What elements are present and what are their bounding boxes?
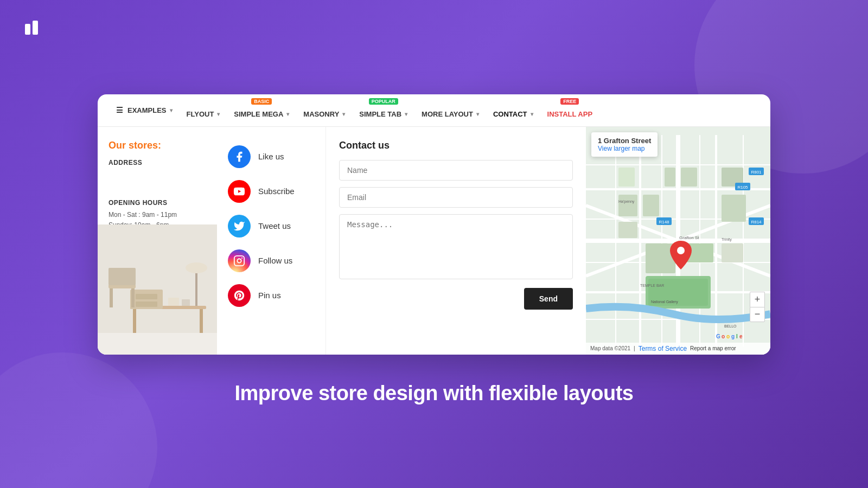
message-textarea[interactable] — [339, 214, 573, 279]
svg-rect-42 — [681, 168, 697, 187]
svg-text:Ha'penny: Ha'penny — [618, 200, 635, 204]
nav-label-simple-mega: SIMPLE MEGA — [234, 110, 283, 118]
bottom-tagline: Improve store design with flexible layou… — [235, 382, 634, 405]
badge-basic: BASIC — [251, 98, 272, 105]
stores-title: Our stores: — [108, 140, 206, 151]
map-data-text: Map data ©2021 — [590, 345, 630, 351]
map-view-larger[interactable]: View larger map — [598, 145, 651, 152]
email-input[interactable] — [339, 187, 573, 208]
chevron-down-icon: ▾ — [170, 107, 173, 113]
social-item-facebook[interactable]: Like us — [228, 145, 315, 168]
chevron-down-icon: ▾ — [342, 111, 345, 117]
hamburger-icon: ☰ — [116, 106, 123, 114]
svg-rect-41 — [618, 168, 635, 187]
nav-label-install-app: INSTALL APP — [547, 110, 593, 118]
nav-label-masonry: MASONRY — [303, 110, 339, 118]
svg-rect-14 — [195, 268, 197, 306]
chevron-down-icon: ▾ — [531, 111, 533, 117]
svg-rect-16 — [168, 298, 179, 306]
nav-item-masonry[interactable]: MASONRY ▾ — [298, 94, 350, 127]
svg-rect-0 — [25, 24, 30, 35]
left-panel: Our stores: ADDRESS OPENING HOURS Mon - … — [98, 127, 217, 355]
twitter-icon — [228, 215, 251, 237]
svg-rect-47 — [722, 243, 743, 262]
svg-text:G: G — [716, 333, 720, 339]
svg-text:Grafton St: Grafton St — [679, 235, 699, 240]
svg-point-15 — [186, 262, 207, 273]
svg-point-66 — [677, 247, 685, 254]
svg-text:TEMPLE BAR: TEMPLE BAR — [640, 284, 664, 287]
nav-label-simple-tab: SIMPLE TAB — [359, 110, 401, 118]
map-address: 1 Grafton Street — [598, 137, 651, 145]
nav-label-examples: EXAMPLES — [127, 106, 167, 114]
svg-rect-6 — [200, 309, 203, 333]
map-container: Grafton St Ha'penny Trinity TEMPLE BAR N… — [586, 127, 770, 355]
contact-form-title: Contact us — [339, 140, 573, 151]
svg-rect-40 — [665, 168, 675, 187]
instagram-icon — [228, 249, 251, 272]
map-panel: Grafton St Ha'penny Trinity TEMPLE BAR N… — [586, 127, 770, 355]
name-input[interactable] — [339, 160, 573, 181]
map-footer: Map data ©2021 | Terms of Service Report… — [586, 343, 770, 355]
svg-rect-38 — [618, 195, 637, 216]
chevron-down-icon: ▾ — [286, 111, 289, 117]
svg-rect-45 — [618, 222, 637, 238]
nav-item-examples[interactable]: ☰ EXAMPLES ▾ — [111, 94, 178, 127]
badge-popular: POPULAR — [369, 98, 398, 105]
svg-text:National Gallery: National Gallery — [651, 300, 678, 304]
svg-text:R105: R105 — [737, 185, 748, 190]
nav-item-contact[interactable]: CONTACT ▾ — [488, 94, 539, 127]
svg-rect-1 — [33, 21, 38, 35]
contact-form-panel: Contact us Send — [326, 127, 586, 355]
svg-text:Trinity: Trinity — [722, 237, 732, 242]
svg-text:R801: R801 — [751, 170, 762, 175]
social-label-youtube: Subscribe — [258, 187, 295, 196]
furniture-illustration — [98, 224, 217, 355]
chevron-down-icon: ▾ — [405, 111, 407, 117]
social-item-youtube[interactable]: Subscribe — [228, 180, 315, 203]
opening-hours-label: OPENING HOURS — [108, 199, 206, 207]
hours-line1: Mon - Sat : 9am - 11pm — [108, 210, 206, 220]
svg-rect-9 — [136, 301, 157, 307]
content-area: Our stores: ADDRESS OPENING HOURS Mon - … — [98, 127, 770, 355]
nav-item-simple-mega[interactable]: BASIC SIMPLE MEGA ▾ — [228, 94, 295, 127]
svg-rect-13 — [108, 268, 136, 285]
send-button[interactable]: Send — [524, 288, 573, 310]
svg-text:o: o — [722, 333, 725, 339]
nav-item-flyout[interactable]: FLYOUT ▾ — [181, 94, 226, 127]
map-zoom-in-button[interactable]: + — [750, 292, 765, 307]
nav-bar: ☰ EXAMPLES ▾ FLYOUT ▾ BASIC SIMPLE MEGA … — [98, 94, 770, 127]
social-panel: Like us Subscribe Tweet us — [217, 127, 326, 355]
pinterest-icon — [228, 284, 251, 307]
svg-text:g: g — [731, 333, 735, 339]
map-zoom-out-button[interactable]: − — [750, 307, 765, 322]
nav-label-more-layout: MORE LAYOUT — [422, 110, 473, 118]
svg-rect-8 — [136, 294, 157, 299]
map-zoom-controls: + − — [750, 292, 765, 322]
social-item-twitter[interactable]: Tweet us — [228, 215, 315, 237]
social-label-twitter: Tweet us — [258, 221, 291, 230]
nav-item-install-app[interactable]: FREE INSTALL APP — [542, 94, 598, 127]
svg-text:BELLO: BELLO — [724, 324, 737, 328]
nav-item-more-layout[interactable]: MORE LAYOUT ▾ — [416, 94, 484, 127]
chevron-down-icon: ▾ — [217, 111, 220, 117]
social-item-pinterest[interactable]: Pin us — [228, 284, 315, 307]
svg-rect-46 — [722, 195, 746, 222]
map-terms-link[interactable]: Terms of Service — [639, 345, 687, 352]
svg-rect-12 — [131, 288, 135, 307]
map-separator: | — [634, 345, 635, 351]
svg-text:e: e — [739, 333, 743, 339]
map-overlay: 1 Grafton Street View larger map — [591, 132, 658, 157]
social-label-pinterest: Pin us — [258, 291, 281, 300]
nav-item-simple-tab[interactable]: POPULAR SIMPLE TAB ▾ — [354, 94, 413, 127]
app-logo-icon[interactable] — [22, 16, 44, 39]
youtube-icon — [228, 180, 251, 203]
svg-rect-5 — [133, 309, 136, 333]
social-item-instagram[interactable]: Follow us — [228, 249, 315, 272]
facebook-icon — [228, 145, 251, 168]
badge-free: FREE — [560, 98, 579, 105]
svg-text:o: o — [726, 333, 730, 339]
svg-rect-39 — [643, 195, 659, 216]
nav-label-contact: CONTACT — [493, 110, 527, 118]
map-report-link[interactable]: Report a map error — [690, 345, 736, 351]
